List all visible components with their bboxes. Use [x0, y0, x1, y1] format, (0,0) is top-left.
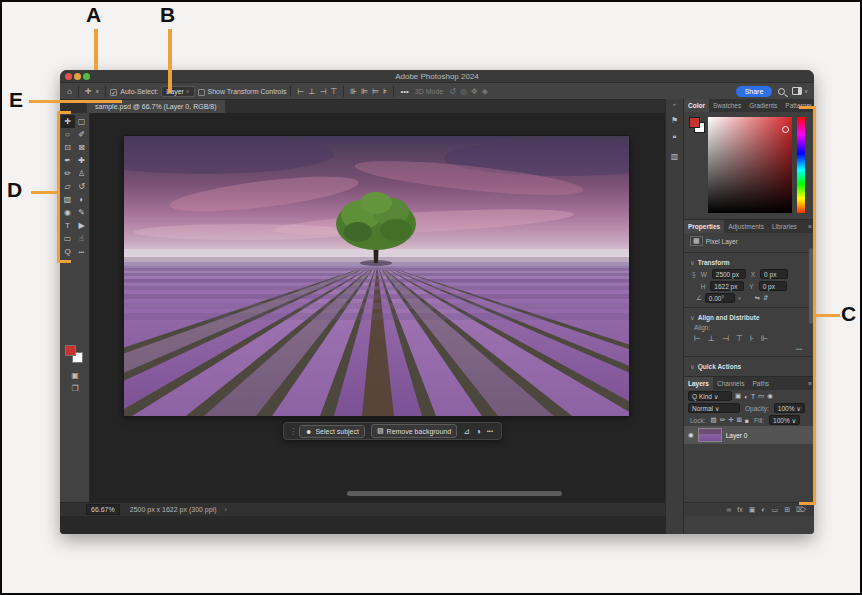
saturation-brightness-picker[interactable]	[708, 117, 792, 213]
marquee-tool[interactable]: ▢	[75, 115, 89, 128]
align-left-icon[interactable]: ⊢	[297, 87, 304, 96]
align-top-edges-icon[interactable]: ⊤	[736, 334, 743, 343]
tab-libraries[interactable]: Libraries	[768, 220, 801, 233]
height-field[interactable]: 1622 px	[710, 281, 744, 291]
transform-image-icon[interactable]: ⊿	[463, 427, 470, 436]
layer-row[interactable]: ◉ Layer 0	[684, 426, 814, 444]
show-transform-checkbox[interactable]	[198, 89, 205, 96]
edit-toolbar-icon[interactable]: •••	[75, 245, 89, 258]
properties-panel-menu-icon[interactable]: ≡	[808, 220, 812, 233]
filter-shape-icon[interactable]: ▭	[758, 392, 764, 400]
clone-stamp-tool[interactable]: ♙	[75, 167, 89, 180]
title-bar[interactable]: Adobe Photoshop 2024	[60, 70, 814, 83]
align-v-centers-icon[interactable]: ⊦	[750, 334, 754, 343]
width-field[interactable]: 2500 px	[712, 269, 746, 279]
histogram-panel-icon[interactable]: ▥	[666, 152, 683, 161]
tab-gradients[interactable]: Gradients	[745, 99, 781, 112]
tool-preset-caret-icon[interactable]: ∨	[96, 88, 100, 94]
history-panel-icon[interactable]: ⚑	[666, 116, 683, 125]
hand-tool[interactable]: ☝	[75, 232, 89, 245]
filter-type-icon[interactable]: T	[751, 393, 755, 400]
workspace-caret-icon[interactable]: ∨	[804, 88, 808, 94]
align-h-centers-icon[interactable]: ⊥	[708, 334, 715, 343]
remove-background-button[interactable]: ▨ Remove background	[371, 424, 457, 438]
workspace-switcher-icon[interactable]	[792, 87, 802, 95]
align-right-edges-icon[interactable]: ⊣	[722, 334, 729, 343]
screen-mode-icon[interactable]: ❐	[60, 384, 90, 393]
blend-mode-dropdown[interactable]: Normal ∨	[688, 403, 740, 413]
select-subject-button[interactable]: ☻ Select subject	[299, 425, 365, 438]
quick-actions-section-header[interactable]: ∨Quick Actions	[684, 360, 814, 372]
lock-position-icon[interactable]: ✛	[728, 416, 733, 424]
object-selection-tool[interactable]: ✐	[75, 128, 89, 141]
angle-caret-icon[interactable]: ∨	[738, 295, 742, 301]
fill-field[interactable]: 100% ∨	[769, 415, 800, 425]
status-zoom-field[interactable]: 66.67%	[86, 504, 120, 515]
canvas-horizontal-scrollbar[interactable]	[347, 491, 562, 496]
tab-color[interactable]: Color	[684, 99, 709, 112]
layer-filter-dropdown[interactable]: Q Kind ∨	[688, 391, 732, 401]
search-icon[interactable]	[778, 88, 785, 95]
move-tool[interactable]: ✛	[61, 115, 75, 128]
layer-visibility-eye-icon[interactable]: ◉	[688, 431, 694, 439]
lasso-tool[interactable]: ○	[61, 128, 75, 141]
canvas-area[interactable]: ⋮ ☻ Select subject ▨ Remove background ⊿…	[90, 113, 665, 502]
lock-pixels-icon[interactable]: ✏	[720, 416, 725, 424]
eyedropper-tool[interactable]: ✒	[61, 154, 75, 167]
layer-mask-icon[interactable]: ▣	[749, 506, 756, 514]
brush-tool[interactable]: ✏	[61, 167, 75, 180]
layers-panel-menu-icon[interactable]: ≡	[808, 377, 812, 390]
pan-view-icon[interactable]: ✥	[471, 87, 478, 96]
tab-channels[interactable]: Channels	[713, 377, 748, 390]
tab-paths[interactable]: Paths	[748, 377, 773, 390]
distribute-left-icon[interactable]: ⊨	[372, 87, 379, 96]
auto-select-checkbox[interactable]: ✓	[110, 89, 117, 96]
rotate-view-icon[interactable]: ↺	[449, 87, 456, 96]
lock-artboard-icon[interactable]: ⊞	[737, 416, 742, 424]
comments-panel-icon[interactable]: ❝	[666, 134, 683, 143]
align-left-edges-icon[interactable]: ⊢	[694, 334, 701, 343]
filter-adjustment-icon[interactable]: ◐	[744, 393, 748, 400]
lock-all-icon[interactable]: ■	[745, 417, 749, 424]
tab-adjustments[interactable]: Adjustments	[724, 220, 768, 233]
distribute-v-icon[interactable]: ⊪	[350, 87, 357, 96]
align-more-icon[interactable]: •••	[400, 87, 408, 96]
align-top-icon[interactable]: ⊤	[330, 87, 337, 96]
new-group-icon[interactable]: ▭	[772, 506, 779, 514]
crop-tool[interactable]: ⊡	[61, 141, 75, 154]
tab-layers[interactable]: Layers	[684, 377, 713, 390]
quick-mask-icon[interactable]: ▣	[60, 371, 90, 380]
new-layer-icon[interactable]: ⊞	[784, 506, 790, 514]
blur-tool[interactable]: ◗	[75, 193, 89, 206]
taskbar-more-icon[interactable]: •••	[487, 428, 493, 434]
layer-effects-icon[interactable]: fx	[737, 506, 742, 513]
y-field[interactable]: 0 px	[759, 281, 787, 291]
shape-tool[interactable]: ▭	[61, 232, 75, 245]
hue-slider[interactable]	[797, 117, 805, 213]
type-tool[interactable]: T	[61, 219, 75, 232]
opacity-field[interactable]: 100% ∨	[774, 403, 805, 413]
color-foreground-swatch[interactable]	[689, 117, 700, 128]
adjustment-icon[interactable]: ◑	[476, 427, 481, 436]
path-selection-tool[interactable]: ▶	[75, 219, 89, 232]
history-brush-tool[interactable]: ↺	[75, 180, 89, 193]
align-section-header[interactable]: ∨Align and Distribute	[684, 311, 814, 323]
status-chevron-icon[interactable]: ›	[225, 506, 227, 513]
orbit-view-icon[interactable]: ◎	[460, 87, 467, 96]
tab-swatches[interactable]: Swatches	[709, 99, 745, 112]
color-picker-cursor[interactable]	[782, 126, 789, 133]
eraser-tool[interactable]: ▱	[61, 180, 75, 193]
lock-transparency-icon[interactable]: ▨	[711, 416, 717, 424]
distribute-h-icon[interactable]: ⊫	[361, 87, 368, 96]
expand-panels-icon[interactable]: «	[666, 101, 683, 107]
wh-link-icon[interactable]: §	[692, 271, 696, 278]
healing-brush-tool[interactable]: ✚	[75, 154, 89, 167]
align-right-icon[interactable]: ⊣	[319, 87, 326, 96]
align-bottom-edges-icon[interactable]: ⊩	[761, 334, 768, 343]
frame-tool[interactable]: ⊠	[75, 141, 89, 154]
auto-select-target-dropdown[interactable]: Layer ∨	[161, 86, 194, 97]
align-more-button[interactable]: •••	[684, 345, 814, 353]
dolly-view-icon[interactable]: ◈	[482, 87, 488, 96]
filter-pixel-icon[interactable]: ▣	[735, 392, 741, 400]
gradient-tool[interactable]: ▧	[61, 193, 75, 206]
